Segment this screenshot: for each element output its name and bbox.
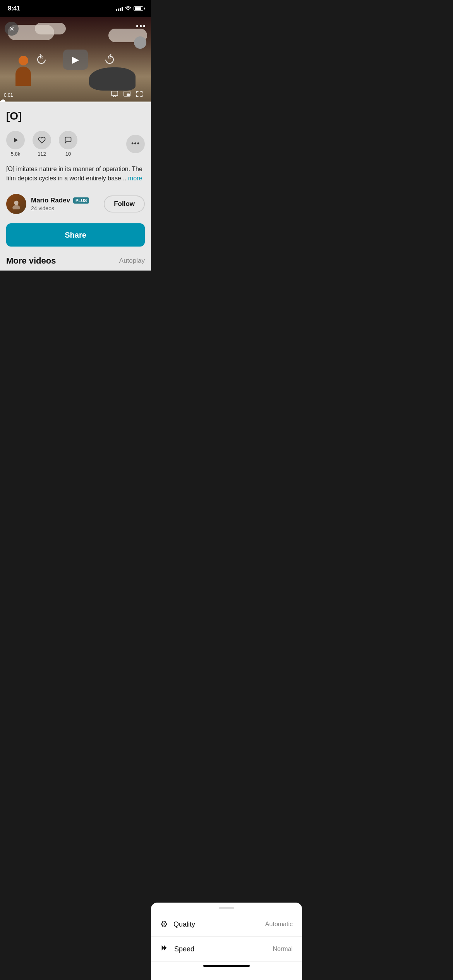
author-video-count: 24 videos	[31, 205, 99, 211]
author-info: Mario Radev PLUS 24 videos	[31, 197, 99, 211]
svg-point-4	[12, 205, 20, 209]
video-rock	[89, 67, 136, 91]
like-count: 112	[38, 151, 46, 157]
heart-icon	[33, 131, 51, 149]
video-action-icons	[111, 91, 147, 99]
svg-rect-2	[127, 94, 130, 96]
more-icon: •••	[126, 135, 145, 153]
playback-controls: 10 ▶ 10	[35, 50, 116, 70]
status-time: 9:41	[8, 5, 20, 12]
video-bottom-controls: 0:01	[0, 89, 151, 102]
video-current-time: 0:01	[4, 93, 13, 98]
status-bar: 9:41	[0, 0, 151, 17]
wifi-icon	[125, 6, 131, 12]
play-button[interactable]: ▶	[63, 50, 88, 70]
more-actions[interactable]: •••	[126, 135, 145, 153]
progress-dot	[1, 99, 5, 103]
play-count: 5.8k	[11, 151, 21, 157]
more-options-button[interactable]: •••	[136, 22, 146, 31]
follow-button[interactable]: Follow	[104, 195, 145, 212]
more-videos-label: More videos	[6, 256, 56, 266]
fullscreen-icon[interactable]	[136, 91, 143, 99]
like-action[interactable]: 112	[33, 131, 51, 157]
author-avatar	[6, 194, 26, 214]
comment-count: 10	[65, 151, 71, 157]
forward-10-button[interactable]: 10	[103, 53, 116, 66]
status-icons	[116, 6, 143, 12]
signal-icon	[116, 6, 123, 11]
close-button[interactable]: ✕	[5, 22, 19, 36]
autoplay-label: Autoplay	[119, 257, 145, 265]
avatar	[134, 36, 146, 49]
author-row: Mario Radev PLUS 24 videos Follow	[0, 189, 151, 219]
content-area: [O] 5.8k 112 10	[0, 102, 151, 271]
more-link[interactable]: more	[128, 175, 142, 182]
share-button[interactable]: Share	[6, 223, 145, 247]
airplay-icon[interactable]	[111, 91, 118, 99]
svg-point-3	[14, 201, 18, 205]
video-figure	[12, 56, 35, 83]
description: [O] imitates nature in its manner of ope…	[0, 161, 151, 189]
video-player[interactable]: ✕ ••• 10 ▶ 10 0:01	[0, 17, 151, 102]
play-icon	[6, 131, 25, 149]
progress-bar[interactable]	[0, 101, 151, 102]
actions-row: 5.8k 112 10 •••	[0, 126, 151, 161]
video-title: [O]	[6, 110, 145, 122]
replay-10-button[interactable]: 10	[35, 53, 48, 66]
play-count-action[interactable]: 5.8k	[6, 131, 25, 157]
video-time-row: 0:01	[0, 89, 151, 101]
progress-fill	[0, 101, 3, 102]
video-title-section: [O]	[0, 102, 151, 126]
comment-icon	[59, 131, 77, 149]
battery-icon	[134, 6, 143, 11]
bottom-row: More videos Autoplay	[0, 251, 151, 271]
pip-icon[interactable]	[123, 91, 131, 99]
video-clouds	[0, 21, 151, 52]
author-name: Mario Radev	[31, 197, 70, 204]
plus-badge: PLUS	[73, 197, 89, 204]
comment-action[interactable]: 10	[59, 131, 77, 157]
